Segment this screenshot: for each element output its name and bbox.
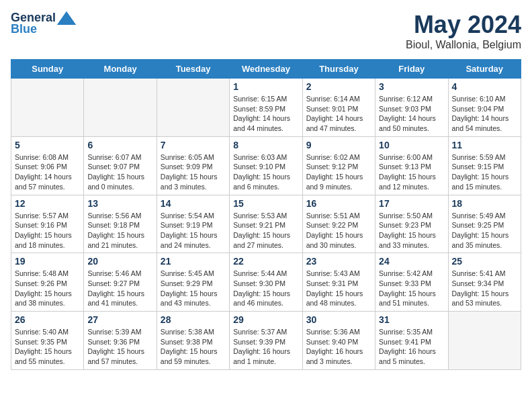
day-info: Sunrise: 5:49 AM Sunset: 9:25 PM Dayligh…: [452, 211, 517, 250]
calendar-cell: 17Sunrise: 5:50 AM Sunset: 9:23 PM Dayli…: [375, 195, 448, 253]
calendar-week-row: 1Sunrise: 6:15 AM Sunset: 8:59 PM Daylig…: [11, 79, 521, 137]
calendar-cell: 27Sunrise: 5:39 AM Sunset: 9:36 PM Dayli…: [84, 312, 157, 370]
calendar-week-row: 5Sunrise: 6:08 AM Sunset: 9:06 PM Daylig…: [11, 136, 521, 195]
day-info: Sunrise: 5:53 AM Sunset: 9:21 PM Dayligh…: [233, 211, 298, 250]
day-info: Sunrise: 6:15 AM Sunset: 8:59 PM Dayligh…: [233, 94, 298, 134]
day-info: Sunrise: 5:42 AM Sunset: 9:33 PM Dayligh…: [379, 269, 444, 308]
day-info: Sunrise: 5:43 AM Sunset: 9:31 PM Dayligh…: [306, 269, 371, 308]
day-info: Sunrise: 5:39 AM Sunset: 9:36 PM Dayligh…: [87, 327, 152, 367]
calendar-cell: 24Sunrise: 5:42 AM Sunset: 9:33 PM Dayli…: [375, 253, 448, 312]
calendar-cell: 4Sunrise: 6:10 AM Sunset: 9:04 PM Daylig…: [448, 79, 521, 137]
subtitle: Bioul, Wallonia, Belgium: [406, 39, 521, 51]
calendar-week-row: 19Sunrise: 5:48 AM Sunset: 9:26 PM Dayli…: [11, 253, 521, 312]
calendar-cell: [84, 79, 157, 137]
day-number: 10: [379, 140, 444, 150]
calendar-week-row: 12Sunrise: 5:57 AM Sunset: 9:16 PM Dayli…: [11, 195, 521, 253]
day-number: 12: [15, 198, 80, 209]
weekday-header: Sunday: [11, 60, 84, 79]
day-number: 11: [452, 140, 517, 150]
day-number: 27: [87, 314, 152, 325]
weekday-header: Wednesday: [230, 60, 302, 79]
day-number: 4: [452, 81, 517, 92]
day-number: 5: [15, 140, 80, 150]
calendar-table: SundayMondayTuesdayWednesdayThursdayFrid…: [11, 59, 521, 370]
day-info: Sunrise: 5:37 AM Sunset: 9:39 PM Dayligh…: [233, 327, 298, 367]
day-number: 21: [161, 256, 226, 267]
day-number: 26: [15, 314, 80, 325]
day-info: Sunrise: 6:07 AM Sunset: 9:07 PM Dayligh…: [87, 152, 152, 192]
weekday-header: Tuesday: [157, 60, 229, 79]
day-info: Sunrise: 6:03 AM Sunset: 9:10 PM Dayligh…: [233, 152, 298, 192]
calendar-cell: 23Sunrise: 5:43 AM Sunset: 9:31 PM Dayli…: [302, 253, 375, 312]
day-number: 30: [306, 314, 371, 325]
calendar-cell: [157, 79, 229, 137]
day-number: 7: [161, 140, 226, 150]
calendar-cell: 30Sunrise: 5:36 AM Sunset: 9:40 PM Dayli…: [302, 312, 375, 370]
day-number: 31: [379, 314, 444, 325]
day-info: Sunrise: 5:38 AM Sunset: 9:38 PM Dayligh…: [161, 327, 226, 367]
day-info: Sunrise: 5:51 AM Sunset: 9:22 PM Dayligh…: [306, 211, 371, 250]
weekday-header: Thursday: [302, 60, 375, 79]
calendar-cell: 29Sunrise: 5:37 AM Sunset: 9:39 PM Dayli…: [230, 312, 302, 370]
svg-marker-1: [57, 11, 76, 25]
day-number: 17: [379, 198, 444, 209]
day-info: Sunrise: 5:45 AM Sunset: 9:29 PM Dayligh…: [161, 269, 226, 308]
main-title: May 2024: [406, 11, 521, 39]
logo-text-blue: Blue: [11, 22, 37, 36]
day-info: Sunrise: 5:36 AM Sunset: 9:40 PM Dayligh…: [306, 327, 371, 367]
calendar-cell: 3Sunrise: 6:12 AM Sunset: 9:03 PM Daylig…: [375, 79, 448, 137]
day-info: Sunrise: 5:46 AM Sunset: 9:27 PM Dayligh…: [87, 269, 152, 308]
calendar-cell: 6Sunrise: 6:07 AM Sunset: 9:07 PM Daylig…: [84, 136, 157, 195]
day-number: 19: [15, 256, 80, 267]
day-number: 3: [379, 81, 444, 92]
day-info: Sunrise: 6:00 AM Sunset: 9:13 PM Dayligh…: [379, 152, 444, 192]
day-number: 25: [452, 256, 517, 267]
day-info: Sunrise: 5:59 AM Sunset: 9:15 PM Dayligh…: [452, 152, 517, 192]
calendar-cell: 7Sunrise: 6:05 AM Sunset: 9:09 PM Daylig…: [157, 136, 229, 195]
calendar-cell: 31Sunrise: 5:35 AM Sunset: 9:41 PM Dayli…: [375, 312, 448, 370]
day-number: 23: [306, 256, 371, 267]
day-number: 6: [87, 140, 152, 150]
page-header: General Blue May 2024 Bioul, Wallonia, B…: [11, 11, 521, 51]
calendar-cell: 5Sunrise: 6:08 AM Sunset: 9:06 PM Daylig…: [11, 136, 84, 195]
day-info: Sunrise: 5:40 AM Sunset: 9:35 PM Dayligh…: [15, 327, 80, 367]
title-block: May 2024 Bioul, Wallonia, Belgium: [406, 11, 521, 51]
calendar-cell: 10Sunrise: 6:00 AM Sunset: 9:13 PM Dayli…: [375, 136, 448, 195]
day-number: 13: [87, 198, 152, 209]
calendar-cell: 11Sunrise: 5:59 AM Sunset: 9:15 PM Dayli…: [448, 136, 521, 195]
day-info: Sunrise: 6:05 AM Sunset: 9:09 PM Dayligh…: [161, 152, 226, 192]
calendar-cell: 21Sunrise: 5:45 AM Sunset: 9:29 PM Dayli…: [157, 253, 229, 312]
day-number: 2: [306, 81, 371, 92]
calendar-cell: 28Sunrise: 5:38 AM Sunset: 9:38 PM Dayli…: [157, 312, 229, 370]
calendar-cell: 8Sunrise: 6:03 AM Sunset: 9:10 PM Daylig…: [230, 136, 302, 195]
calendar-cell: 15Sunrise: 5:53 AM Sunset: 9:21 PM Dayli…: [230, 195, 302, 253]
calendar-cell: [11, 79, 84, 137]
calendar-cell: 19Sunrise: 5:48 AM Sunset: 9:26 PM Dayli…: [11, 253, 84, 312]
calendar-cell: 26Sunrise: 5:40 AM Sunset: 9:35 PM Dayli…: [11, 312, 84, 370]
day-number: 29: [233, 314, 298, 325]
day-info: Sunrise: 6:12 AM Sunset: 9:03 PM Dayligh…: [379, 94, 444, 134]
day-number: 24: [379, 256, 444, 267]
day-info: Sunrise: 5:57 AM Sunset: 9:16 PM Dayligh…: [15, 211, 80, 250]
day-info: Sunrise: 5:44 AM Sunset: 9:30 PM Dayligh…: [233, 269, 298, 308]
calendar-cell: 1Sunrise: 6:15 AM Sunset: 8:59 PM Daylig…: [230, 79, 302, 137]
calendar-cell: 14Sunrise: 5:54 AM Sunset: 9:19 PM Dayli…: [157, 195, 229, 253]
day-number: 1: [233, 81, 298, 92]
calendar-cell: 12Sunrise: 5:57 AM Sunset: 9:16 PM Dayli…: [11, 195, 84, 253]
day-info: Sunrise: 6:14 AM Sunset: 9:01 PM Dayligh…: [306, 94, 371, 134]
day-info: Sunrise: 5:54 AM Sunset: 9:19 PM Dayligh…: [161, 211, 226, 250]
calendar-cell: 2Sunrise: 6:14 AM Sunset: 9:01 PM Daylig…: [302, 79, 375, 137]
day-number: 15: [233, 198, 298, 209]
weekday-header: Monday: [84, 60, 157, 79]
day-info: Sunrise: 6:08 AM Sunset: 9:06 PM Dayligh…: [15, 152, 80, 192]
day-number: 8: [233, 140, 298, 150]
day-info: Sunrise: 6:02 AM Sunset: 9:12 PM Dayligh…: [306, 152, 371, 192]
calendar-cell: 13Sunrise: 5:56 AM Sunset: 9:18 PM Dayli…: [84, 195, 157, 253]
calendar-cell: [448, 312, 521, 370]
day-number: 14: [161, 198, 226, 209]
day-number: 16: [306, 198, 371, 209]
day-info: Sunrise: 5:56 AM Sunset: 9:18 PM Dayligh…: [87, 211, 152, 250]
day-info: Sunrise: 5:50 AM Sunset: 9:23 PM Dayligh…: [379, 211, 444, 250]
weekday-header: Saturday: [448, 60, 521, 79]
calendar-cell: 16Sunrise: 5:51 AM Sunset: 9:22 PM Dayli…: [302, 195, 375, 253]
